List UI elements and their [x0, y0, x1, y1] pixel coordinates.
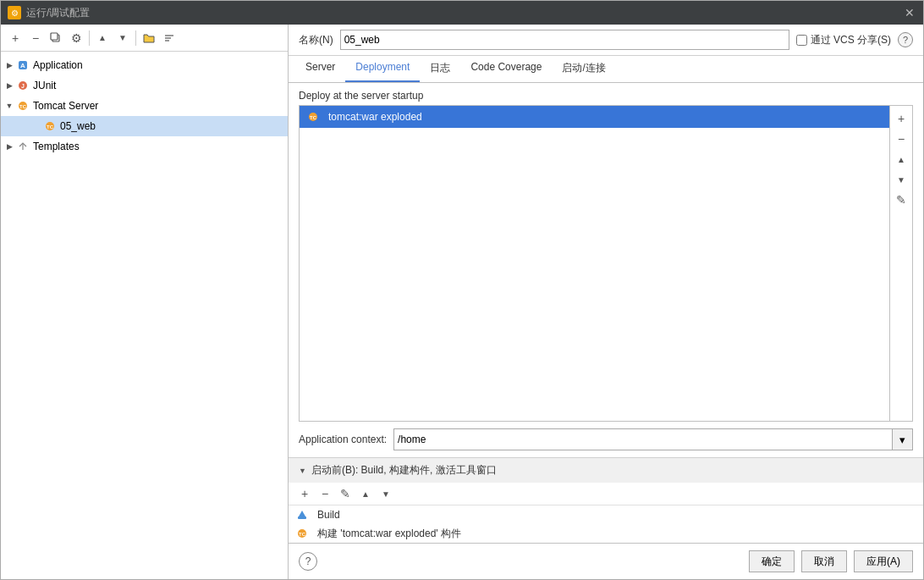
deploy-remove-button[interactable]: − [892, 130, 910, 148]
remove-config-button[interactable]: − [26, 29, 45, 47]
junit-icon: J [16, 79, 30, 92]
bl-item-artifact-label: 构建 'tomcat:war exploded' 构件 [317, 527, 461, 541]
tomcat-icon: TC [16, 99, 30, 113]
application-label: Application [33, 59, 83, 71]
arrow-05web [31, 121, 41, 131]
title-bar: ⚙ 运行/调试配置 ✕ [1, 1, 923, 25]
vcs-share: 通过 VCS 分享(S) [796, 33, 891, 47]
toolbar-separator [89, 30, 90, 46]
right-panel: 名称(N) 通过 VCS 分享(S) ? Server Deployment 日… [289, 25, 923, 579]
tree-item-application[interactable]: ▶ A Application [1, 55, 288, 75]
svg-marker-17 [299, 511, 305, 516]
bl-add-button[interactable]: + [295, 484, 314, 503]
deploy-side-buttons: + − ▲ ▼ ✎ [889, 106, 912, 421]
svg-text:A: A [20, 62, 25, 69]
tab-server[interactable]: Server [295, 56, 345, 82]
vcs-checkbox[interactable] [796, 35, 807, 46]
artifact-icon: TC [295, 527, 309, 540]
config-tree: ▶ A Application ▶ J [1, 52, 288, 579]
settings-button[interactable]: ⚙ [67, 29, 85, 47]
deploy-item-war-exploded[interactable]: TC tomcat:war exploded [300, 106, 889, 128]
bl-edit-button[interactable]: ✎ [336, 484, 355, 503]
apply-button[interactable]: 应用(A) [854, 550, 913, 572]
move-down-button[interactable]: ▼ [113, 29, 132, 47]
bl-item-build[interactable]: Build [289, 505, 923, 524]
cancel-button[interactable]: 取消 [801, 550, 847, 572]
ok-button[interactable]: 确定 [749, 550, 795, 572]
before-launch-arrow: ▼ [299, 467, 306, 475]
05web-icon: TC [43, 119, 57, 133]
deploy-edit-button[interactable]: ✎ [892, 191, 910, 209]
tree-item-templates[interactable]: ▶ Templates [1, 136, 288, 157]
dialog-footer: ? 确定 取消 应用(A) [289, 543, 923, 579]
deploy-header: Deploy at the server startup [289, 83, 923, 105]
deploy-item-icon: TC [306, 110, 320, 124]
arrow-application: ▶ [4, 60, 14, 70]
title-bar-buttons: ✕ [903, 6, 916, 19]
svg-rect-16 [298, 516, 306, 519]
tab-coverage[interactable]: Code Coverage [460, 56, 552, 82]
run-debug-dialog: ⚙ 运行/调试配置 ✕ + − ⚙ ▲ ▼ [0, 0, 924, 580]
name-row: 名称(N) 通过 VCS 分享(S) ? [289, 25, 923, 56]
sort-button[interactable] [160, 29, 179, 47]
bl-remove-button[interactable]: − [316, 484, 334, 503]
name-input[interactable] [340, 30, 789, 50]
bl-item-artifact[interactable]: TC 构建 'tomcat:war exploded' 构件 [289, 524, 923, 543]
folder-button[interactable] [140, 29, 158, 47]
tree-item-tomcat[interactable]: ▼ TC Tomcat Server [1, 96, 288, 116]
tree-item-05web[interactable]: TC 05_web [1, 116, 288, 136]
05web-label: 05_web [60, 120, 96, 132]
left-panel: + − ⚙ ▲ ▼ [1, 25, 289, 579]
deploy-list: TC tomcat:war exploded [300, 106, 889, 421]
svg-rect-1 [51, 33, 58, 40]
app-context-dropdown-button[interactable]: ▾ [892, 429, 912, 450]
before-launch-label: 启动前(B): Build, 构建构件, 激活工具窗口 [311, 463, 497, 478]
before-launch-toolbar: + − ✎ ▲ ▼ [289, 483, 923, 505]
tree-item-junit[interactable]: ▶ J JUnit [1, 75, 288, 96]
svg-text:TC: TC [19, 104, 27, 109]
footer-help-button[interactable]: ? [299, 552, 317, 571]
bl-item-build-label: Build [317, 509, 340, 521]
help-button[interactable]: ? [898, 32, 913, 47]
tomcat-label: Tomcat Server [33, 100, 98, 112]
title-text: 运行/调试配置 [26, 6, 903, 20]
before-launch-section: ▼ 启动前(B): Build, 构建构件, 激活工具窗口 + − ✎ ▲ ▼ [289, 457, 923, 543]
tab-logs[interactable]: 日志 [420, 56, 460, 82]
app-context-label: Application context: [299, 434, 387, 445]
title-icon: ⚙ [8, 6, 21, 19]
before-launch-list: Build TC 构建 'tomcat:war exploded' 构件 [289, 505, 923, 543]
templates-icon [16, 140, 30, 153]
arrow-templates: ▶ [4, 141, 14, 152]
app-context-input[interactable] [394, 429, 892, 450]
app-icon: A [16, 58, 30, 72]
vcs-label: 通过 VCS 分享(S) [811, 33, 891, 47]
deploy-item-label: tomcat:war exploded [328, 111, 422, 123]
add-config-button[interactable]: + [6, 29, 25, 47]
bl-down-button[interactable]: ▼ [377, 484, 395, 503]
close-button[interactable]: ✕ [903, 6, 916, 19]
app-context-row: Application context: ▾ [289, 422, 923, 457]
junit-label: JUnit [33, 80, 56, 91]
context-input-wrapper: ▾ [393, 428, 913, 450]
svg-text:TC: TC [310, 115, 317, 120]
bl-up-button[interactable]: ▲ [356, 484, 375, 503]
deploy-add-button[interactable]: + [892, 109, 910, 128]
svg-text:TC: TC [47, 124, 54, 130]
build-icon [295, 508, 309, 522]
main-content: + − ⚙ ▲ ▼ [1, 25, 923, 579]
svg-text:TC: TC [299, 532, 306, 537]
tabs-bar: Server Deployment 日志 Code Coverage 启动/连接 [289, 56, 923, 83]
toolbar-separator2 [135, 30, 136, 46]
deploy-list-area: TC tomcat:war exploded + − ▲ ▼ ✎ [299, 105, 913, 422]
svg-text:J: J [21, 83, 25, 89]
copy-config-button[interactable] [47, 29, 65, 47]
deploy-scroll-down-button[interactable]: ▼ [892, 170, 910, 189]
before-launch-header[interactable]: ▼ 启动前(B): Build, 构建构件, 激活工具窗口 [289, 458, 923, 483]
arrow-tomcat: ▼ [4, 101, 14, 111]
tab-startup[interactable]: 启动/连接 [552, 56, 615, 82]
footer-left: ? [299, 552, 742, 571]
deploy-scroll-up-button[interactable]: ▲ [892, 150, 910, 168]
move-up-button[interactable]: ▲ [93, 29, 112, 47]
tab-deployment[interactable]: Deployment [345, 56, 420, 82]
name-label: 名称(N) [299, 33, 333, 47]
